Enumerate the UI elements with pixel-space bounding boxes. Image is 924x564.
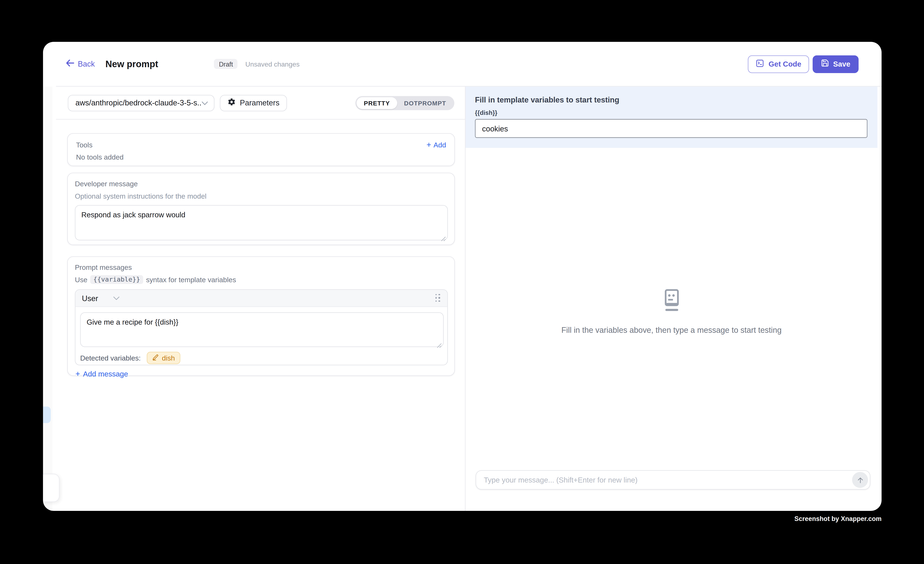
chevron-down-icon	[113, 296, 120, 300]
testing-pane: Fill in template variables to start test…	[465, 87, 882, 511]
back-button[interactable]: Back	[66, 59, 95, 68]
toggle-pretty[interactable]: PRETTY	[357, 97, 397, 109]
robot-icon	[660, 288, 683, 316]
variable-syntax-hint: Use {{variable}} syntax for template var…	[75, 275, 448, 284]
variable-chip-dish[interactable]: dish	[147, 352, 180, 364]
body: aws/anthropic/bedrock-claude-3-5-s... Pa…	[43, 87, 882, 511]
model-select[interactable]: aws/anthropic/bedrock-claude-3-5-s...	[68, 94, 214, 111]
variable-chip-label: dish	[162, 354, 175, 362]
chat-message-input[interactable]	[476, 476, 852, 484]
dish-variable-label: {{dish}}	[475, 109, 867, 116]
prompt-messages-card: Prompt messages Use {{variable}} syntax …	[67, 256, 455, 376]
developer-message-title: Developer message	[75, 180, 448, 188]
model-name: aws/anthropic/bedrock-claude-3-5-s...	[75, 99, 202, 107]
chat-input-bar	[476, 470, 870, 490]
add-tool-button[interactable]: + Add	[426, 140, 446, 149]
get-code-label: Get Code	[769, 60, 801, 68]
save-button[interactable]: Save	[813, 55, 858, 73]
testing-panel-title: Fill in template variables to start test…	[475, 96, 867, 104]
parameters-label: Parameters	[240, 99, 279, 107]
message-block: User Give me a recipe for {{dish}}	[75, 290, 448, 365]
resize-handle-icon[interactable]	[441, 233, 446, 238]
plus-icon: +	[75, 369, 80, 378]
plus-icon: +	[426, 140, 431, 149]
watermark-credit: Screenshot by Xnapper.com	[794, 515, 882, 522]
message-header: User	[75, 290, 447, 307]
variable-code-chip: {{variable}}	[90, 275, 143, 284]
tools-empty-text: No tools added	[76, 153, 446, 162]
status-badge: Draft	[214, 59, 238, 69]
prompt-editor-pane: aws/anthropic/bedrock-claude-3-5-s... Pa…	[43, 87, 465, 511]
view-mode-toggle: PRETTY DOTPROMPT	[356, 96, 454, 110]
add-message-button[interactable]: + Add message	[75, 369, 128, 378]
left-edge-highlight	[43, 406, 51, 423]
app-window: Back New prompt Draft Unsaved changes Ge…	[43, 42, 882, 511]
user-message-input[interactable]: Give me a recipe for {{dish}}	[80, 312, 444, 347]
hint-prefix: Use	[75, 276, 87, 284]
developer-message-card: Developer message Optional system instru…	[67, 172, 455, 245]
arrow-up-icon	[856, 476, 864, 484]
chat-empty-text: Fill in the variables above, then type a…	[561, 326, 782, 335]
role-select[interactable]: User	[82, 294, 120, 303]
left-edge-gutter	[43, 87, 52, 511]
model-toolbar: aws/anthropic/bedrock-claude-3-5-s... Pa…	[43, 87, 465, 119]
terminal-icon	[756, 58, 764, 69]
add-tool-label: Add	[434, 141, 446, 148]
tools-title: Tools	[76, 141, 93, 148]
save-icon	[820, 59, 829, 69]
role-label: User	[82, 294, 98, 303]
dish-variable-input[interactable]	[475, 119, 867, 138]
add-message-label: Add message	[83, 370, 128, 378]
save-label: Save	[833, 60, 850, 68]
hint-suffix: syntax for template variables	[146, 276, 236, 284]
editor-cards: Tools + Add No tools added Developer mes…	[67, 120, 455, 376]
send-button[interactable]	[852, 472, 868, 488]
back-arrow-icon	[66, 59, 74, 68]
developer-message-input[interactable]: Respond as jack sparrow would	[75, 205, 448, 240]
prompt-messages-title: Prompt messages	[75, 263, 448, 272]
drag-handle-icon[interactable]	[435, 294, 441, 303]
screenshot-stage: Back New prompt Draft Unsaved changes Ge…	[0, 0, 924, 564]
back-label: Back	[78, 59, 95, 68]
chat-empty-state: Fill in the variables above, then type a…	[466, 288, 878, 335]
unsaved-changes-note: Unsaved changes	[245, 60, 300, 68]
detected-variables-row: Detected variables: dish	[80, 352, 447, 364]
developer-message-subtitle: Optional system instructions for the mod…	[75, 192, 448, 200]
page-title: New prompt	[105, 58, 158, 69]
resize-handle-icon[interactable]	[436, 340, 442, 345]
gear-icon	[227, 98, 236, 108]
pencil-icon	[152, 354, 159, 362]
left-edge-card	[43, 474, 60, 502]
detected-variables-label: Detected variables:	[80, 354, 141, 362]
template-variables-panel: Fill in template variables to start test…	[466, 87, 878, 148]
chevron-down-icon	[202, 99, 208, 107]
toggle-dotprompt[interactable]: DOTPROMPT	[397, 97, 453, 109]
tools-card: Tools + Add No tools added	[67, 133, 455, 166]
header: Back New prompt Draft Unsaved changes Ge…	[43, 42, 882, 86]
chat-area: Fill in the variables above, then type a…	[466, 148, 882, 511]
parameters-button[interactable]: Parameters	[220, 94, 287, 111]
get-code-button[interactable]: Get Code	[748, 55, 809, 73]
